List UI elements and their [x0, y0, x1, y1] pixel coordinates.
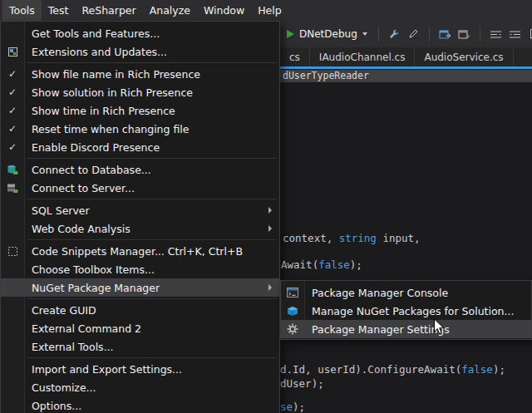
menu-item-sql-server[interactable]: SQL Server [1, 201, 279, 219]
pencil-icon[interactable] [404, 26, 423, 42]
menu-item-label: Show time in Rich Presence [24, 105, 264, 117]
window-plus-icon[interactable] [455, 26, 474, 42]
menubar-item-tools[interactable]: Tools [2, 0, 42, 21]
menu-item-label: Package Manager Console [304, 287, 516, 299]
menubar-item-window[interactable]: Window [197, 0, 251, 21]
menu-separator [27, 62, 277, 63]
navigation-member-label: dUserTypeReader [283, 70, 369, 81]
checkmark-icon: ✓ [1, 68, 24, 80]
menu-item-create-guid[interactable]: Create GUID [1, 301, 279, 319]
run-config-label[interactable]: DNetDebug [299, 28, 357, 40]
menu-item-nuget-package-manager[interactable]: NuGet Package Manager [1, 278, 279, 297]
menubar-item-resharper[interactable]: ReSharper [75, 0, 142, 21]
menu-separator [27, 158, 277, 159]
mouse-cursor [433, 318, 446, 336]
tab-audioservice-cs[interactable]: AudioService.cs [415, 47, 513, 66]
toolbar-separator [378, 27, 379, 42]
tab-label: cs [289, 52, 300, 63]
menu-item-label: Reset time when changing file [24, 123, 264, 135]
indent-left-icon[interactable] [486, 26, 505, 42]
menu-item-label: External Tools... [24, 341, 264, 353]
menu-item-external-tools[interactable]: External Tools... [1, 337, 279, 356]
menubar-item-help[interactable]: Help [251, 0, 288, 21]
code-line: dUser); [280, 377, 324, 391]
chevron-down-icon[interactable] [362, 32, 367, 36]
menu-separator [27, 239, 277, 240]
checkmark-icon: ✓ [1, 123, 24, 135]
tab-cs[interactable]: cs [280, 47, 310, 66]
submenu-arrow-icon [264, 284, 279, 291]
tab-label: AudioService.cs [424, 52, 503, 63]
menu-item-label: Package Manager Settings [304, 323, 516, 336]
code-token: Await( [281, 258, 318, 271]
tools-menu: Get Tools and Features...Extensions and … [0, 21, 280, 413]
menu-item-code-snippets-manager[interactable]: Code Snippets Manager...Ctrl+K, Ctrl+B [1, 242, 279, 260]
menu-item-package-manager-settings[interactable]: Package Manager Settings [281, 320, 531, 338]
code-token: se [280, 401, 293, 413]
menu-item-connect-to-server[interactable]: Connect to Server... [1, 179, 279, 197]
menu-item-label: External Command 2 [24, 322, 264, 335]
code-token: ); [350, 258, 362, 271]
menu-item-label: Choose Toolbox Items... [24, 263, 264, 276]
database-icon [1, 165, 24, 175]
menu-separator [27, 298, 277, 299]
window-arrow-icon[interactable] [436, 26, 455, 42]
menu-item-label: Connect to Server... [24, 182, 264, 194]
tab-iaudiochannel-cs[interactable]: IAudioChannel.cs [310, 47, 416, 66]
extensions-icon [1, 47, 24, 57]
console-icon [281, 288, 304, 297]
menu-item-label: Get Tools and Features... [24, 27, 264, 40]
menu-item-manage-nuget-packages-for-solution[interactable]: Manage NuGet Packages for Solution... [281, 302, 531, 320]
menu-item-enable-discord-presence[interactable]: ✓Enable Discord Presence [1, 138, 279, 156]
menu-separator [27, 357, 277, 358]
menu-item-label: Customize... [24, 381, 264, 394]
menubar-item-analyze[interactable]: Analyze [143, 0, 197, 21]
code-token: input, [377, 232, 421, 244]
menu-item-show-time-in-rich-presence[interactable]: ✓Show time in Rich Presence [1, 101, 279, 120]
menu-item-package-manager-console[interactable]: Package Manager Console [281, 283, 531, 302]
menu-item-reset-time-when-changing-file[interactable]: ✓Reset time when changing file [1, 120, 279, 138]
menu-item-connect-to-database[interactable]: Connect to Database... [1, 160, 279, 179]
bookmark-icon[interactable] [525, 26, 532, 42]
wrench-icon[interactable] [385, 26, 404, 42]
menu-item-label: Options... [24, 400, 264, 412]
menu-item-customize[interactable]: Customize... [1, 378, 279, 396]
code-line: se); [280, 401, 305, 413]
server-icon [1, 183, 24, 194]
checkmark-icon: ✓ [1, 141, 24, 153]
menubar-item-test[interactable]: Test [42, 0, 76, 21]
menu-item-label: Import and Export Settings... [24, 363, 264, 376]
code-token: d.Id, userId).ConfigureAwait( [280, 363, 461, 376]
menu-item-label: SQL Server [24, 204, 264, 217]
menu-item-show-solution-in-rich-presence[interactable]: ✓Show solution in Rich Presence [1, 83, 279, 101]
checkmark-icon: ✓ [1, 86, 24, 98]
menu-item-label: Extensions and Updates... [24, 46, 264, 58]
menu-item-label: Connect to Database... [24, 164, 264, 176]
menu-item-choose-toolbox-items[interactable]: Choose Toolbox Items... [1, 260, 279, 278]
menu-item-external-command-2[interactable]: External Command 2 [1, 319, 279, 337]
code-token: string [339, 232, 377, 244]
submenu-arrow-icon [264, 225, 279, 232]
menubar: ToolsTestReSharperAnalyzeWindowHelp [0, 0, 532, 21]
menu-item-label: Show solution in Rich Presence [24, 86, 264, 99]
code-token: ); [493, 363, 505, 376]
code-line: d.Id, userId).ConfigureAwait(false); [280, 363, 505, 376]
code-token: false [461, 363, 493, 376]
tab-label: IAudioChannel.cs [319, 52, 406, 63]
menu-item-import-and-export-settings[interactable]: Import and Export Settings... [1, 360, 279, 378]
indent-right-icon[interactable] [505, 26, 525, 42]
menu-item-extensions-and-updates[interactable]: Extensions and Updates... [1, 42, 279, 61]
menu-item-show-file-name-in-rich-presence[interactable]: ✓Show file name in Rich Presence [1, 65, 279, 83]
code-line: context, string input, [283, 232, 421, 245]
menu-item-get-tools-and-features[interactable]: Get Tools and Features... [1, 24, 279, 42]
vs-window: ToolsTestReSharperAnalyzeWindowHelp DNet… [0, 0, 532, 413]
menu-item-label: Enable Discord Presence [24, 141, 264, 154]
menu-item-web-code-analysis[interactable]: Web Code Analysis [1, 219, 279, 238]
checkmark-icon: ✓ [1, 105, 24, 116]
gear-icon [281, 323, 304, 335]
toolbar-separator [480, 27, 480, 42]
package-icon [281, 306, 304, 317]
start-debug-play-icon[interactable] [287, 30, 294, 38]
code-token: false [318, 258, 350, 271]
menu-item-options[interactable]: Options... [1, 396, 279, 413]
